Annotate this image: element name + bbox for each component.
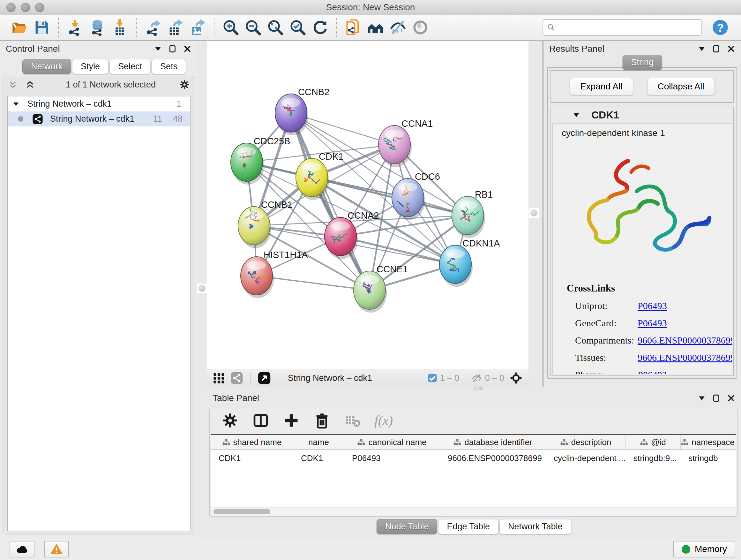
table-horizontal-scrollbar[interactable] — [211, 508, 736, 516]
column-header--id[interactable]: @id — [626, 435, 681, 449]
birdseye-view-button[interactable] — [212, 372, 225, 384]
network-node-RB1[interactable]: RB1 — [452, 189, 493, 238]
panel-close-icon[interactable] — [727, 394, 735, 402]
save-session-button[interactable] — [32, 18, 51, 37]
zoom-in-button[interactable] — [221, 18, 240, 37]
table-row[interactable]: CDK1CDK1P064939606.ENSP00000378699cyclin… — [211, 450, 736, 465]
tab-network[interactable]: Network — [22, 59, 71, 74]
panel-float-icon[interactable] — [712, 394, 721, 402]
expand-all-icon[interactable] — [25, 80, 35, 89]
tab-node-table[interactable]: Node Table — [377, 519, 437, 534]
network-node-CDC25B[interactable]: CDC25B — [231, 136, 290, 185]
network-node-CCNA1[interactable]: CCNA1 — [379, 118, 433, 167]
panel-menu-icon[interactable] — [154, 45, 162, 53]
tab-network-table[interactable]: Network Table — [499, 519, 571, 534]
tab-edge-table[interactable]: Edge Table — [438, 519, 498, 534]
network-graph[interactable]: CCNB2CCNA1CDC25BCDK1CDC6RB1CCNB1CCNA2CDK… — [207, 41, 529, 369]
import-network-file-button[interactable] — [66, 18, 84, 37]
panel-menu-icon[interactable] — [697, 394, 706, 402]
tab-string[interactable]: String — [622, 55, 662, 70]
share-network-button[interactable] — [230, 372, 243, 384]
cloud-button[interactable] — [10, 541, 35, 557]
table-options-button[interactable] — [221, 412, 239, 429]
tab-sets[interactable]: Sets — [151, 59, 186, 74]
show-button[interactable] — [411, 18, 429, 37]
crosslink-link[interactable]: 9606.ENSP00000378699 — [637, 335, 732, 346]
scrollbar-thumb[interactable] — [213, 509, 270, 514]
zoom-out-button[interactable] — [244, 18, 262, 37]
column-header-shared-name[interactable]: shared name — [211, 435, 293, 449]
tab-style[interactable]: Style — [72, 59, 109, 74]
network-row[interactable]: String Network – cdk1 11 48 — [8, 111, 190, 126]
column-header-description[interactable]: description — [546, 435, 626, 449]
right-splitter[interactable] — [529, 41, 543, 387]
import-network-database-button[interactable] — [88, 18, 107, 37]
crosslink-link[interactable]: P06493 — [637, 300, 667, 311]
panel-close-icon[interactable] — [183, 45, 192, 53]
export-table-file-button[interactable] — [166, 18, 185, 37]
panel-float-icon[interactable] — [169, 45, 177, 53]
export-image-button[interactable] — [188, 18, 207, 37]
network-options-gear-icon[interactable] — [179, 79, 190, 90]
left-splitter[interactable] — [197, 41, 207, 538]
search-input[interactable] — [555, 22, 697, 33]
panel-menu-icon[interactable] — [697, 45, 706, 53]
crosslink-link[interactable]: P06493 — [637, 369, 667, 374]
hidden-eye-slash-icon[interactable] — [471, 372, 482, 384]
table-cell[interactable]: CDK1 — [211, 450, 293, 465]
collapse-all-icon[interactable] — [8, 80, 17, 89]
panel-close-icon[interactable] — [727, 45, 735, 53]
selected-checkbox-icon[interactable] — [427, 373, 437, 383]
table-cell[interactable]: P06493 — [344, 450, 440, 465]
apply-layout-button[interactable] — [311, 18, 329, 37]
crosslink-link[interactable]: P06493 — [637, 318, 667, 328]
collapse-all-button[interactable]: Collapse All — [647, 78, 715, 95]
import-table-file-button[interactable] — [111, 18, 129, 37]
network-collection-row[interactable]: String Network – cdk1 1 — [8, 97, 190, 111]
right-splitter-handle[interactable] — [529, 208, 539, 218]
tree-expand-icon[interactable] — [12, 100, 20, 108]
search-field[interactable] — [542, 19, 702, 36]
home-button[interactable] — [366, 18, 385, 37]
column-header-namespace[interactable]: namespace — [681, 435, 735, 449]
export-view-button[interactable] — [258, 371, 271, 385]
memory-button[interactable]: Memory — [673, 541, 735, 557]
table-cell[interactable]: stringdb:9... — [626, 450, 681, 465]
column-header-canonical-name[interactable]: canonical name — [344, 435, 440, 449]
network-edge[interactable] — [312, 178, 468, 215]
delete-table-button[interactable] — [344, 412, 361, 429]
table-cell[interactable]: 9606.ENSP00000378699 — [440, 450, 546, 465]
fit-content-button[interactable] — [509, 371, 523, 385]
delete-column-button[interactable] — [313, 412, 331, 429]
zoom-selected-button[interactable] — [288, 18, 307, 37]
warnings-button[interactable] — [44, 541, 69, 557]
hide-button[interactable] — [389, 18, 407, 37]
function-builder-button[interactable]: f(x) — [374, 413, 393, 428]
table-cell[interactable]: stringdb — [681, 450, 735, 465]
table-cell[interactable]: CDK1 — [293, 450, 344, 465]
left-splitter-handle[interactable] — [197, 284, 207, 293]
open-session-button[interactable] — [10, 18, 29, 37]
network-canvas[interactable]: CCNB2CCNA1CDC25BCDK1CDC6RB1CCNB1CCNA2CDK… — [207, 41, 529, 369]
show-columns-button[interactable] — [252, 412, 270, 429]
export-network-file-button[interactable] — [144, 18, 162, 37]
table-cell[interactable]: cyclin-dependent ... — [546, 450, 626, 465]
create-column-button[interactable] — [282, 412, 300, 429]
panel-float-icon[interactable] — [712, 45, 721, 53]
column-header-database-identifier[interactable]: database identifier — [440, 435, 546, 449]
zoom-fit-button[interactable] — [266, 18, 285, 37]
tab-select[interactable]: Select — [110, 59, 151, 74]
network-edge[interactable] — [291, 113, 369, 290]
network-node-CDKN1A[interactable]: CDKN1A — [440, 238, 500, 287]
zoom-selected-icon — [289, 19, 306, 36]
network-node-HIST1H1A[interactable]: HIST1H1A — [241, 250, 308, 298]
document-share-button[interactable] — [344, 18, 362, 37]
help-button[interactable]: ? — [711, 18, 730, 37]
column-header-name[interactable]: name — [293, 435, 344, 449]
node-entry-header[interactable]: CDK1 — [551, 107, 733, 123]
network-node-CCNB2[interactable]: CCNB2 — [275, 87, 329, 135]
crosslink-link[interactable]: 9606.ENSP00000378699 — [637, 352, 732, 363]
horizontal-splitter[interactable] — [207, 387, 741, 390]
expand-all-button[interactable]: Expand All — [569, 78, 633, 95]
collapse-entry-icon[interactable] — [572, 111, 581, 119]
